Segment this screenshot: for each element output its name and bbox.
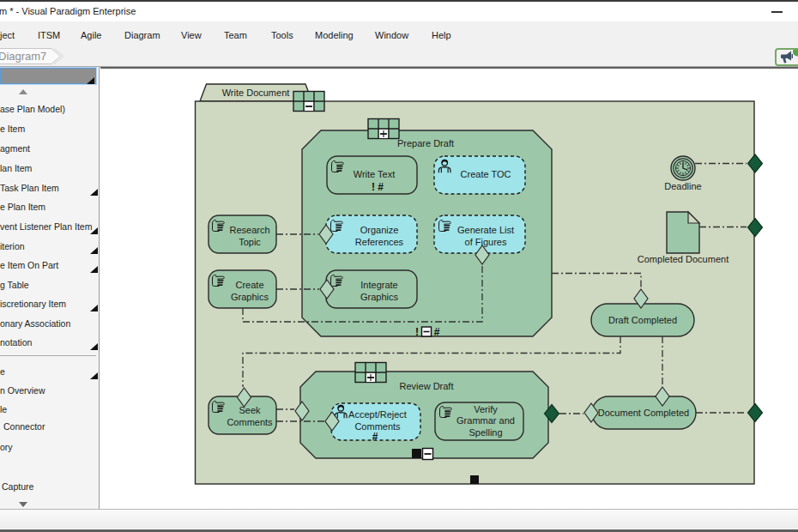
svg-text:Document Completed: Document Completed [598,408,689,418]
svg-text:Verify: Verify [474,404,498,414]
svg-text:Completed Document: Completed Document [638,254,728,264]
svg-text:Organize: Organize [360,225,399,235]
svg-text:of Figures: of Figures [465,237,507,247]
svg-text:References: References [355,237,404,247]
svg-text:Diagram7: Diagram7 [0,50,46,63]
svg-text:#: # [372,431,378,443]
svg-text:Write Document: Write Document [222,88,290,98]
svg-text:! #: ! # [372,181,384,193]
svg-text:Research: Research [229,225,269,235]
svg-text:Seek: Seek [239,405,261,415]
svg-text:Generate List: Generate List [457,225,514,235]
svg-text:Prepare Draft: Prepare Draft [397,138,454,148]
svg-text:Comments: Comments [227,417,273,427]
svg-text:Create TOC: Create TOC [461,169,511,179]
svg-text:Deadline: Deadline [664,181,701,191]
svg-text:#: # [434,326,440,338]
svg-text:Spelling: Spelling [469,427,502,438]
svg-text:Grammar and: Grammar and [456,415,515,426]
svg-text:Integrate: Integrate [360,280,397,290]
svg-text:Review Draft: Review Draft [400,381,454,391]
svg-text:Draft Completed: Draft Completed [608,315,677,325]
svg-text:Graphics: Graphics [231,292,269,302]
svg-text:Accept/Reject: Accept/Reject [348,409,407,420]
svg-text:Topic: Topic [239,237,261,247]
svg-text:Graphics: Graphics [360,292,399,302]
svg-text:Write Text: Write Text [354,169,396,179]
svg-text:!: ! [415,326,419,338]
svg-text:Create: Create [235,280,263,290]
